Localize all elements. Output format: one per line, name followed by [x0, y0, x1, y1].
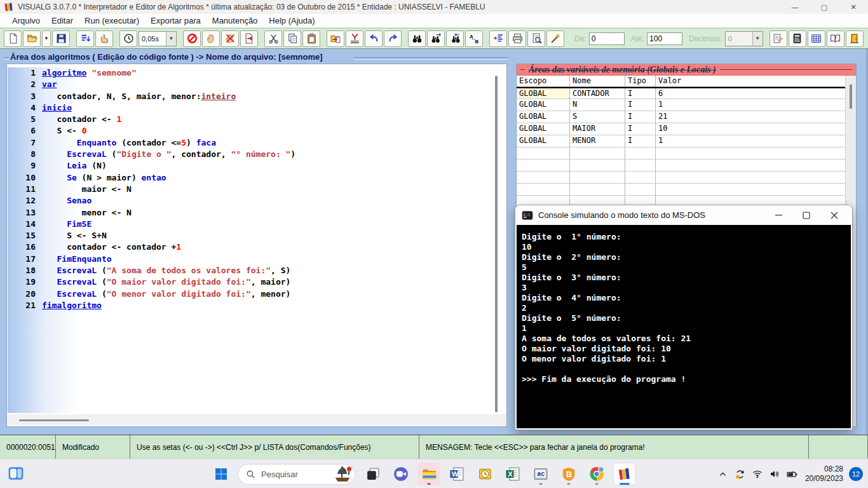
code-line[interactable]: 2var — [8, 79, 497, 90]
table-row-empty[interactable] — [517, 159, 846, 172]
ate-input[interactable] — [647, 32, 682, 45]
code-line[interactable]: 12 Senao — [8, 195, 497, 207]
print-preview-button[interactable] — [527, 30, 545, 47]
run-to-cursor-button[interactable] — [240, 30, 258, 47]
exit-app-button[interactable] — [846, 30, 864, 47]
indent-source-button[interactable] — [489, 30, 507, 47]
cut-button[interactable] — [264, 30, 282, 47]
taskbar-outlook[interactable] — [473, 463, 496, 485]
taskbar-start[interactable] — [210, 463, 233, 485]
menu-run-executar-[interactable]: Run (executar) — [79, 15, 145, 27]
console-close-icon[interactable] — [820, 205, 848, 225]
menu-manuten-o[interactable]: Manutenção — [207, 15, 264, 27]
taskbar-visualg[interactable]: ? — [613, 463, 636, 485]
calculator-button[interactable] — [789, 30, 806, 47]
taskbar-autocorrect-keys[interactable]: ac — [529, 463, 552, 485]
open-file-button[interactable] — [23, 30, 41, 47]
code-line[interactable]: 6 S <- 0 — [8, 125, 497, 137]
code-line[interactable]: 11 maior <- N — [8, 184, 497, 195]
format-wand-button[interactable] — [546, 30, 564, 47]
pause-execution-button[interactable] — [202, 30, 220, 47]
code-line[interactable]: 15 S <- S+N — [8, 230, 497, 241]
decimais-combo[interactable]: 0▼ — [725, 31, 763, 46]
chevron-down-icon[interactable]: ▼ — [166, 32, 176, 46]
menu-help-ajuda-[interactable]: Help (Ajuda) — [263, 15, 320, 27]
de-input[interactable] — [589, 32, 625, 45]
pirate-ship-icon[interactable] — [333, 464, 352, 484]
copy-button[interactable] — [283, 30, 301, 47]
taskbar-chrome[interactable] — [585, 463, 608, 485]
new-file-button[interactable] — [4, 30, 22, 47]
table-row[interactable]: GLOBALNI1 — [517, 99, 846, 111]
ascii-keypad-button[interactable] — [808, 30, 825, 47]
console-titlebar[interactable]: C:\ Console simulando o modo texto do MS… — [515, 205, 852, 225]
code-line[interactable]: 21fimalgoritmo — [8, 300, 497, 311]
insert-values-button[interactable] — [346, 30, 363, 47]
code-line[interactable]: 19 EscrevaL ("O maior valor digitado foi… — [8, 276, 497, 288]
redo-button[interactable] — [384, 30, 402, 47]
console-minimize-icon[interactable] — [764, 205, 792, 225]
taskbar-file-explorer[interactable] — [417, 463, 440, 485]
code-line[interactable]: 16 contador <- contador +1 — [8, 241, 497, 253]
stop-execution-button[interactable] — [183, 30, 201, 47]
undo-button[interactable] — [365, 30, 383, 47]
find-previous-button[interactable] — [446, 30, 464, 47]
replace-button[interactable]: AB — [465, 30, 483, 47]
save-file-button[interactable] — [52, 30, 70, 47]
taskbar-b-shield-app[interactable]: B — [557, 463, 580, 485]
export-text-button[interactable] — [327, 30, 344, 47]
code-line[interactable]: 8 EscrevaL ("Digite o ", contador, "° nú… — [8, 149, 497, 160]
help-book-button[interactable]: ? — [827, 30, 844, 47]
code-line[interactable]: 9 Leia (N) — [8, 160, 497, 172]
table-row-empty[interactable] — [517, 172, 846, 184]
taskbar-excel[interactable]: X — [501, 463, 524, 485]
console-maximize-icon[interactable] — [792, 205, 820, 225]
editor-vertical-scrollbar[interactable] — [495, 76, 498, 412]
find-button[interactable] — [408, 30, 426, 47]
paste-button[interactable] — [302, 30, 320, 47]
taskbar-word[interactable]: W — [445, 463, 468, 485]
code-line[interactable]: 18 EscrevaL ("A soma de todos os valores… — [8, 265, 497, 276]
code-line[interactable]: 17 FimEnquanto — [8, 254, 497, 265]
delay-combo[interactable]: 0,05s▼ — [139, 31, 177, 46]
code-line[interactable]: 10 Se (N > maior) entao — [8, 172, 497, 184]
table-row-empty[interactable] — [517, 184, 846, 196]
taskbar-chat[interactable] — [390, 463, 412, 485]
table-row[interactable]: GLOBALMAIORI10 — [517, 123, 846, 135]
console-output[interactable]: Digite o 1° número:10Digite o 2° número:… — [517, 225, 851, 428]
table-row-empty[interactable] — [517, 147, 846, 159]
volume-icon[interactable] — [770, 469, 780, 479]
code-line[interactable]: 20 EscrevaL ("O menor valor digitado foi… — [8, 288, 497, 300]
maximize-icon[interactable]: ▢ — [810, 0, 839, 14]
code-line[interactable]: 3 contador, N, S, maior, menor:inteiro — [8, 91, 497, 102]
code-line[interactable]: 5 contador <- 1 — [8, 114, 497, 125]
code-line[interactable]: 4inicio — [8, 102, 497, 114]
find-next-button[interactable] — [427, 30, 445, 47]
table-row[interactable]: GLOBALSI21 — [517, 111, 846, 123]
scroll-thumb[interactable] — [19, 419, 89, 421]
menu-editar[interactable]: Editar — [46, 15, 79, 27]
minimize-icon[interactable]: — — [780, 0, 810, 14]
taskbar-task-view[interactable] — [362, 463, 384, 485]
code-line[interactable]: 1algoritmo "semnome" — [8, 67, 497, 79]
code-editor[interactable]: 1algoritmo "semnome"2var3 contador, N, S… — [6, 64, 507, 427]
table-row[interactable]: GLOBALMENORI1 — [517, 135, 846, 147]
menu-exportar-para[interactable]: Exportar para — [145, 15, 207, 27]
code-line[interactable]: 13 menor <- N — [8, 207, 497, 219]
taskbar-clock[interactable]: 08:28 20/09/2023 — [805, 464, 843, 484]
code-line[interactable]: 7 Enquanto (contador <=5) faca — [8, 137, 497, 149]
cancel-pause-button[interactable] — [221, 30, 239, 47]
widgets-icon[interactable] — [6, 464, 25, 483]
menu-arquivo[interactable]: Arquivo — [6, 15, 46, 27]
battery-icon[interactable] — [787, 469, 797, 480]
notification-badge[interactable]: 12 — [849, 467, 863, 481]
scroll-thumb[interactable] — [850, 85, 852, 109]
tray-sync-icon[interactable] — [735, 469, 745, 480]
test-values-report-button[interactable] — [770, 30, 787, 47]
step-execution-button[interactable] — [95, 30, 113, 47]
close-icon[interactable]: ✕ — [839, 0, 868, 14]
goto-line-list-button[interactable] — [76, 30, 94, 47]
editor-horizontal-scrollbar[interactable] — [8, 414, 506, 426]
code-area[interactable]: 1algoritmo "semnome"2var3 contador, N, S… — [8, 67, 497, 413]
table-row[interactable]: GLOBALCONTADORI6 — [517, 87, 846, 99]
